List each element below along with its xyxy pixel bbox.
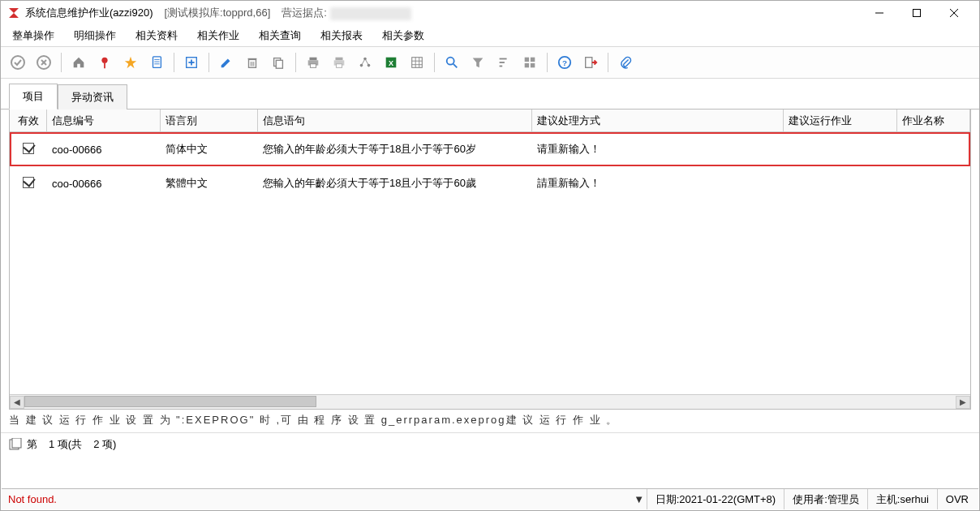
tab-items[interactable]: 项目 xyxy=(9,84,58,110)
cancel-icon[interactable] xyxy=(32,50,56,75)
col-runjob[interactable]: 建议运行作业 xyxy=(784,110,897,131)
layout-icon[interactable] xyxy=(518,50,542,75)
cell-runjob xyxy=(784,145,897,153)
col-lang[interactable]: 语言别 xyxy=(161,110,258,131)
table-row[interactable]: coo-00666 简体中文 您输入的年龄必须大于等于18且小于等于60岁 请重… xyxy=(10,132,970,166)
col-suggest[interactable]: 建议处理方式 xyxy=(532,110,784,131)
cell-code: coo-00666 xyxy=(47,140,161,160)
distribute-icon[interactable] xyxy=(353,50,377,75)
add-icon[interactable] xyxy=(179,50,204,75)
col-msg[interactable]: 信息语句 xyxy=(258,110,532,131)
horizontal-scrollbar[interactable]: ◀ ▶ xyxy=(10,394,970,409)
col-code[interactable]: 信息编号 xyxy=(47,110,161,131)
grid-icon[interactable] xyxy=(405,50,429,75)
tab-changelog[interactable]: 异动资讯 xyxy=(58,84,127,110)
svg-line-42 xyxy=(453,64,458,68)
search-icon[interactable] xyxy=(440,50,464,75)
menu-detail[interactable]: 明细操作 xyxy=(67,26,122,45)
status-date: 日期:2021-01-22(GMT+8) xyxy=(647,489,784,509)
excel-icon[interactable]: X xyxy=(379,50,403,75)
confirm-icon[interactable] xyxy=(6,50,30,75)
cell-lang: 简体中文 xyxy=(161,138,258,161)
edit-icon[interactable] xyxy=(214,50,239,75)
note-icon[interactable] xyxy=(144,50,169,75)
menu-related-job[interactable]: 相关作业 xyxy=(191,26,246,45)
cell-suggest: 请重新输入！ xyxy=(532,138,784,161)
toolbar-sep xyxy=(208,53,209,72)
menu-related-query[interactable]: 相关查询 xyxy=(252,26,307,45)
window-title: 系统信息维护作业(azzi920) xyxy=(25,6,153,20)
status-message: Not found. xyxy=(2,493,63,505)
svg-rect-22 xyxy=(276,60,282,68)
tab-row: 项目 异动资讯 xyxy=(1,84,979,110)
menu-related-param[interactable]: 相关参数 xyxy=(376,26,431,45)
cell-runjob xyxy=(784,179,897,187)
svg-rect-36 xyxy=(412,58,423,68)
titlebar: 系统信息维护作业(azzi920) [测试模拟库:topprd,66] 营运据点… xyxy=(1,1,979,25)
svg-rect-54 xyxy=(12,438,21,448)
svg-rect-26 xyxy=(336,58,343,61)
svg-rect-49 xyxy=(531,63,535,67)
grid-header: 有效 信息编号 语言别 信息语句 建议处理方式 建议运行作业 作业名称 xyxy=(10,110,970,132)
pager-bar: 第1 项(共2 项) xyxy=(1,432,979,455)
checkbox-icon[interactable] xyxy=(23,143,34,154)
status-bar: Not found. ▼ 日期:2021-01-22(GMT+8) 使用者:管理… xyxy=(2,488,978,509)
delete-icon[interactable] xyxy=(240,50,264,75)
exit-icon[interactable] xyxy=(578,50,603,75)
pin-icon[interactable] xyxy=(92,50,117,75)
svg-line-32 xyxy=(362,59,366,66)
svg-point-41 xyxy=(447,58,454,65)
attachment-icon[interactable] xyxy=(613,50,638,75)
table-row[interactable]: coo-00666 繁體中文 您輸入的年齡必須大于等于18且小于等于60歲 請重… xyxy=(10,166,970,200)
col-jobname[interactable]: 作业名称 xyxy=(897,110,970,131)
svg-rect-52 xyxy=(586,58,592,68)
star-icon[interactable] xyxy=(118,50,143,75)
svg-text:X: X xyxy=(389,59,393,67)
col-valid[interactable]: 有效 xyxy=(10,110,47,131)
scroll-right-icon[interactable]: ▶ xyxy=(956,396,970,409)
filter-icon[interactable] xyxy=(466,50,490,75)
window-minimize-button[interactable] xyxy=(861,1,898,25)
scroll-track[interactable] xyxy=(24,396,956,409)
menu-related-data[interactable]: 相关资料 xyxy=(129,26,184,45)
svg-point-31 xyxy=(368,64,371,67)
help-icon[interactable]: ? xyxy=(552,50,577,75)
home-icon[interactable] xyxy=(67,50,91,75)
cell-checkbox[interactable] xyxy=(10,173,47,195)
cell-msg: 您输入的年龄必须大于等于18且小于等于60岁 xyxy=(258,138,532,161)
window-maximize-button[interactable] xyxy=(898,1,935,25)
menu-related-report[interactable]: 相关报表 xyxy=(314,26,369,45)
svg-rect-47 xyxy=(531,58,535,62)
print-alt-icon[interactable] xyxy=(327,50,351,75)
svg-point-4 xyxy=(11,56,24,69)
scroll-left-icon[interactable]: ◀ xyxy=(10,396,24,409)
cell-suggest: 請重新輸入！ xyxy=(532,172,784,195)
svg-rect-9 xyxy=(153,57,161,68)
print-icon[interactable] xyxy=(301,50,325,75)
status-dropdown-icon[interactable]: ▼ xyxy=(632,493,647,505)
cell-checkbox[interactable] xyxy=(10,139,47,161)
status-host: 主机:serhui xyxy=(867,489,937,509)
svg-rect-25 xyxy=(310,64,316,68)
copy-icon[interactable] xyxy=(266,50,290,75)
menu-whole[interactable]: 整单操作 xyxy=(6,26,61,45)
toolbar-sep xyxy=(434,53,435,72)
grid-body: coo-00666 简体中文 您输入的年龄必须大于等于18且小于等于60岁 请重… xyxy=(10,132,970,394)
sort-icon[interactable] xyxy=(492,50,516,75)
toolbar-sep xyxy=(547,53,548,72)
cell-msg: 您輸入的年齡必須大于等于18且小于等于60歲 xyxy=(258,172,532,195)
checkbox-icon[interactable] xyxy=(23,177,34,188)
window-db: [测试模拟库:topprd,66] xyxy=(164,6,270,20)
svg-rect-23 xyxy=(310,58,317,61)
toolbar-sep xyxy=(608,53,608,72)
svg-rect-46 xyxy=(525,58,529,62)
data-grid: 有效 信息编号 语言别 信息语句 建议处理方式 建议运行作业 作业名称 coo-… xyxy=(9,110,971,410)
window-close-button[interactable] xyxy=(935,1,973,25)
pager-text: 第1 项(共2 项) xyxy=(27,437,116,452)
svg-text:?: ? xyxy=(562,58,567,67)
pager-icon xyxy=(9,438,22,451)
scroll-thumb[interactable] xyxy=(24,396,316,407)
cell-jobname xyxy=(897,179,970,187)
toolbar-sep xyxy=(61,53,62,72)
cell-lang: 繁體中文 xyxy=(161,172,258,195)
